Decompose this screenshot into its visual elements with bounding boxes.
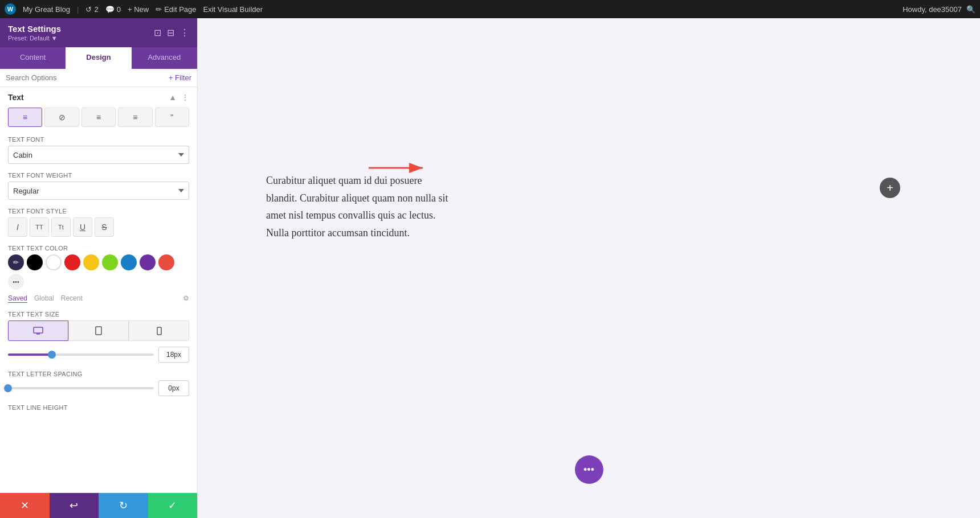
mobile-btn[interactable] — [129, 320, 189, 341]
search-icon[interactable]: 🔍 — [966, 5, 975, 14]
text-size-track[interactable] — [8, 353, 154, 356]
color-yellow[interactable] — [83, 254, 99, 270]
filter-button[interactable]: + Filter — [169, 73, 191, 82]
main-text-block: Curabitur aliquet quam id dui posuere bl… — [266, 172, 448, 241]
letter-spacing-label: Text Letter Spacing — [8, 371, 189, 377]
color-tab-recent[interactable]: Recent — [61, 294, 83, 303]
sidebar-title: Text Settings — [8, 24, 61, 34]
italic-btn[interactable]: I — [8, 217, 27, 237]
tab-design[interactable]: Design — [66, 47, 131, 69]
section-icons: ▲ ⋮ — [169, 93, 189, 102]
revisions-icon: ↺ — [85, 5, 92, 14]
text-size-input[interactable] — [158, 347, 189, 363]
text-section-title: Text — [8, 93, 24, 102]
svg-rect-0 — [34, 327, 43, 333]
columns-icon[interactable]: ⊟ — [167, 27, 174, 38]
line-height-label: Text Line Height — [8, 404, 189, 411]
tablet-btn[interactable] — [68, 320, 129, 341]
more-options-button[interactable]: ••• — [575, 455, 603, 484]
color-tabs: Saved Global Recent ⚙ — [8, 294, 189, 303]
edit-page-item[interactable]: ✏ Edit Page — [156, 5, 196, 14]
exit-builder-item[interactable]: Exit Visual Builder — [203, 5, 263, 14]
text-size-slider-row — [8, 347, 189, 363]
sidebar-search-bar: + Filter — [0, 69, 197, 87]
underline-btn[interactable]: U — [73, 217, 92, 237]
new-item[interactable]: + New — [128, 5, 149, 14]
align-right-btn[interactable]: ≡ — [118, 108, 152, 127]
color-settings-icon[interactable]: ⚙ — [183, 294, 189, 303]
sidebar-bottom-bar: ✕ ↩ ↻ ✓ — [0, 493, 197, 518]
line-height-row: Text Line Height — [8, 404, 189, 411]
align-buttons: ≡ ⊘ ≡ ≡ " — [8, 108, 189, 127]
redo-button[interactable]: ↻ — [99, 493, 148, 518]
color-black[interactable] — [27, 254, 43, 270]
color-blue[interactable] — [121, 254, 137, 270]
sidebar-tabs: Content Design Advanced — [0, 47, 197, 69]
letter-spacing-input[interactable] — [158, 380, 189, 396]
device-buttons — [8, 320, 189, 341]
text-font-style-label: Text Font Style — [8, 208, 189, 215]
admin-bar-right: Howdy, dee35007 🔍 — [903, 5, 975, 14]
svg-rect-1 — [36, 334, 40, 335]
main-body-text: Curabitur aliquet quam id dui posuere bl… — [266, 172, 448, 241]
text-font-weight-row: Text Font Weight Regular Bold Light Medi… — [8, 172, 189, 200]
text-font-row: Text Font Cabin Arial Georgia Open Sans — [8, 136, 189, 164]
color-purple[interactable] — [140, 254, 156, 270]
color-eyedropper[interactable]: ✏ — [8, 254, 24, 270]
tab-content[interactable]: Content — [0, 47, 66, 69]
sidebar-preset[interactable]: Preset: Default ▼ — [8, 35, 61, 42]
add-content-button[interactable]: + — [880, 178, 900, 198]
align-left-btn[interactable]: ≡ — [8, 108, 42, 127]
comments-icon: 💬 — [105, 5, 115, 14]
align-center-btn[interactable]: ≡ — [81, 108, 116, 127]
letter-spacing-slider-row — [8, 380, 189, 396]
color-white[interactable] — [46, 254, 62, 270]
color-tab-saved[interactable]: Saved — [8, 294, 27, 303]
text-size-label: Text Text Size — [8, 311, 189, 318]
svg-rect-2 — [96, 327, 101, 335]
pencil-icon: ✏ — [156, 5, 162, 14]
collapse-icon[interactable]: ▲ — [169, 93, 177, 102]
search-input[interactable] — [6, 73, 165, 82]
cancel-button[interactable]: ✕ — [0, 493, 50, 518]
font-style-buttons: I TT Tt U S — [8, 217, 189, 237]
tab-advanced[interactable]: Advanced — [132, 47, 197, 69]
undo-button[interactable]: ↩ — [50, 493, 99, 518]
save-button[interactable]: ✓ — [148, 493, 198, 518]
strikethrough-btn[interactable]: S — [95, 217, 114, 237]
uppercase-btn[interactable]: TT — [30, 217, 49, 237]
text-size-row: Text Text Size — [8, 311, 189, 363]
align-link-btn[interactable]: ⊘ — [44, 108, 79, 127]
color-swatches: ✏ — [8, 254, 189, 270]
comments-item[interactable]: 💬 0 — [105, 5, 121, 14]
admin-bar: W My Great Blog | ↺ 2 💬 0 + New ✏ Edit P… — [0, 0, 980, 18]
color-green[interactable] — [102, 254, 118, 270]
text-font-label: Text Font — [8, 136, 189, 143]
revisions-item[interactable]: ↺ 2 — [85, 5, 98, 14]
main-content: Curabitur aliquet quam id dui posuere bl… — [198, 18, 980, 518]
text-font-weight-label: Text Font Weight — [8, 172, 189, 179]
section-more-icon[interactable]: ⋮ — [181, 93, 189, 102]
text-font-weight-select[interactable]: Regular Bold Light Medium — [8, 182, 189, 200]
wp-logo[interactable]: W — [5, 3, 16, 15]
color-coral[interactable] — [158, 254, 174, 270]
sidebar-header-icons: ⊡ ⊟ ⋮ — [154, 27, 189, 38]
sidebar: Text Settings Preset: Default ▼ ⊡ ⊟ ⋮ Co… — [0, 18, 198, 518]
align-quote-btn[interactable]: " — [155, 108, 189, 127]
svg-rect-3 — [157, 327, 161, 335]
text-font-select[interactable]: Cabin Arial Georgia Open Sans — [8, 146, 189, 164]
sidebar-content: Text ▲ ⋮ ≡ ⊘ ≡ ≡ " Text Font Cabin Arial — [0, 87, 197, 493]
site-name[interactable]: My Great Blog — [23, 5, 70, 14]
more-icon[interactable]: ⋮ — [180, 27, 189, 38]
letter-spacing-row: Text Letter Spacing — [8, 371, 189, 396]
color-more-btn[interactable]: ••• — [8, 274, 24, 290]
text-color-row: Text Text Color ✏ ••• Saved — [8, 245, 189, 303]
desktop-btn[interactable] — [8, 320, 68, 341]
color-red[interactable] — [64, 254, 80, 270]
color-tab-global[interactable]: Global — [34, 294, 54, 303]
window-icon[interactable]: ⊡ — [154, 27, 161, 38]
capitalize-btn[interactable]: Tt — [51, 217, 71, 237]
text-font-style-row: Text Font Style I TT Tt U S — [8, 208, 189, 237]
text-color-label: Text Text Color — [8, 245, 189, 252]
letter-spacing-track[interactable] — [8, 387, 154, 389]
